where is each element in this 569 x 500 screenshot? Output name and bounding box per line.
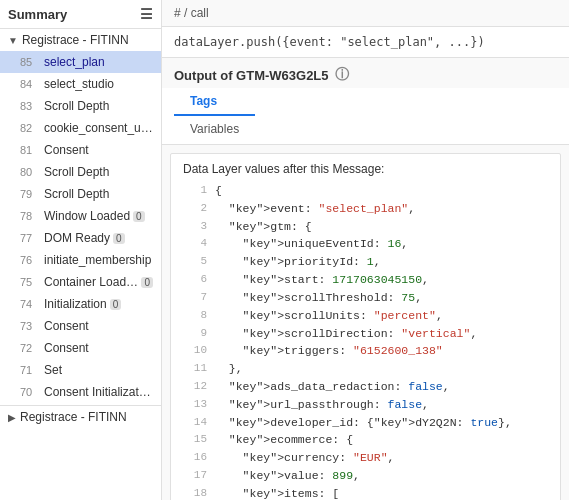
line-number: 10 — [183, 342, 207, 360]
line-number: 13 — [183, 396, 207, 414]
code-line: 14 "key">developer_id: {"key">dY2Q2N: tr… — [183, 414, 548, 432]
code-line: 10 "key">triggers: "6152600_138" — [183, 342, 548, 360]
item-num: 83 — [20, 100, 40, 112]
item-name: Consent Initialization ... — [44, 385, 153, 399]
line-number: 14 — [183, 414, 207, 432]
item-num: 84 — [20, 78, 40, 90]
line-content: "key">scrollUnits: "percent", — [215, 307, 548, 325]
main-content: # / call dataLayer.push({event: "select_… — [162, 0, 569, 500]
output-title-text: Output of GTM-W63G2L5 — [174, 68, 329, 83]
code-line: 4 "key">uniqueEventId: 16, — [183, 235, 548, 253]
code-line: 16 "key">currency: "EUR", — [183, 449, 548, 467]
tab-variables[interactable]: Variables — [174, 116, 255, 144]
data-layer-section: Data Layer values after this Message: 1{… — [170, 153, 561, 500]
topbar: # / call — [162, 0, 569, 27]
line-number: 16 — [183, 449, 207, 467]
item-num: 78 — [20, 210, 40, 222]
sidebar-item-scroll_depth[interactable]: 80Scroll Depth — [0, 161, 161, 183]
code-line: 5 "key">priorityId: 1, — [183, 253, 548, 271]
sidebar-item-initialization[interactable]: 74Initialization0 — [0, 293, 161, 315]
sidebar-item-consent_initialization_...[interactable]: 70Consent Initialization ... — [0, 381, 161, 403]
item-name: select_plan — [44, 55, 105, 69]
line-content: "key">items: [ — [215, 485, 548, 500]
line-content: "key">priorityId: 1, — [215, 253, 548, 271]
code-line: 9 "key">scrollDirection: "vertical", — [183, 325, 548, 343]
item-num: 79 — [20, 188, 40, 200]
line-content: "key">developer_id: {"key">dY2Q2N: true}… — [215, 414, 548, 432]
sidebar-item-select_plan[interactable]: 85select_plan — [0, 51, 161, 73]
code-line: 18 "key">items: [ — [183, 485, 548, 500]
arrow-down-icon: ▼ — [8, 35, 18, 46]
badge: 0 — [110, 299, 122, 310]
badge: 0 — [141, 277, 153, 288]
line-content: "key">ecommerce: { — [215, 431, 548, 449]
line-number: 4 — [183, 235, 207, 253]
sidebar-item-initiate_membership[interactable]: 76initiate_membership — [0, 249, 161, 271]
badge: 0 — [113, 233, 125, 244]
sidebar-item-consent[interactable]: 73Consent — [0, 315, 161, 337]
item-num: 74 — [20, 298, 40, 310]
line-number: 9 — [183, 325, 207, 343]
line-number: 18 — [183, 485, 207, 500]
sidebar-group-registrace[interactable]: ▼ Registrace - FITINN — [0, 29, 161, 51]
tabs-bar: TagsVariables — [162, 88, 569, 145]
line-number: 17 — [183, 467, 207, 485]
sidebar-footer-group[interactable]: ▶ Registrace - FITINN — [0, 405, 161, 428]
sidebar-item-consent[interactable]: 81Consent — [0, 139, 161, 161]
line-number: 5 — [183, 253, 207, 271]
code-line: 1{ — [183, 182, 548, 200]
arrow-right-icon: ▶ — [8, 412, 16, 423]
sidebar-item-window_loaded[interactable]: 78Window Loaded0 — [0, 205, 161, 227]
item-name: Consent — [44, 341, 89, 355]
item-name: Window Loaded — [44, 209, 130, 223]
tab-tags[interactable]: Tags — [174, 88, 255, 116]
line-number: 2 — [183, 200, 207, 218]
sidebar-items-list: 85select_plan84select_studio83Scroll Dep… — [0, 51, 161, 403]
output-header: Output of GTM-W63G2L5 ⓘ — [162, 58, 569, 88]
item-name: Scroll Depth — [44, 165, 109, 179]
code-line: 8 "key">scrollUnits: "percent", — [183, 307, 548, 325]
item-num: 72 — [20, 342, 40, 354]
line-content: "key">event: "select_plan", — [215, 200, 548, 218]
sidebar-item-select_studio[interactable]: 84select_studio — [0, 73, 161, 95]
line-number: 7 — [183, 289, 207, 307]
code-line: 15 "key">ecommerce: { — [183, 431, 548, 449]
line-number: 1 — [183, 182, 207, 200]
sidebar-item-scroll_depth[interactable]: 79Scroll Depth — [0, 183, 161, 205]
line-number: 6 — [183, 271, 207, 289]
sidebar-item-scroll_depth[interactable]: 83Scroll Depth — [0, 95, 161, 117]
line-content: "key">value: 899, — [215, 467, 548, 485]
line-content: "key">triggers: "6152600_138" — [215, 342, 548, 360]
sidebar-item-dom_ready[interactable]: 77DOM Ready0 — [0, 227, 161, 249]
data-layer-title: Data Layer values after this Message: — [183, 162, 548, 176]
item-name: DOM Ready — [44, 231, 110, 245]
info-icon[interactable]: ⓘ — [335, 66, 349, 84]
sidebar-header-label: Summary — [8, 7, 67, 22]
code-line: 2 "key">event: "select_plan", — [183, 200, 548, 218]
sidebar-item-container_loaded[interactable]: 75Container Loaded0 — [0, 271, 161, 293]
code-block: 1{2 "key">event: "select_plan",3 "key">g… — [183, 182, 548, 500]
code-line: 7 "key">scrollThreshold: 75, — [183, 289, 548, 307]
line-content: "key">scrollDirection: "vertical", — [215, 325, 548, 343]
sidebar-item-set[interactable]: 71Set — [0, 359, 161, 381]
line-number: 12 — [183, 378, 207, 396]
item-num: 73 — [20, 320, 40, 332]
line-content: }, — [215, 360, 548, 378]
item-name: initiate_membership — [44, 253, 151, 267]
item-name: Consent — [44, 143, 89, 157]
datalayer-push-display: dataLayer.push({event: "select_plan", ..… — [162, 27, 569, 58]
code-line: 13 "key">url_passthrough: false, — [183, 396, 548, 414]
item-num: 80 — [20, 166, 40, 178]
sidebar-item-consent[interactable]: 72Consent — [0, 337, 161, 359]
item-num: 81 — [20, 144, 40, 156]
sidebar-header: Summary ☰ — [0, 0, 161, 29]
sidebar-item-cookie_consent_update[interactable]: 82cookie_consent_update — [0, 117, 161, 139]
line-content: "key">scrollThreshold: 75, — [215, 289, 548, 307]
item-name: Initialization — [44, 297, 107, 311]
line-number: 3 — [183, 218, 207, 236]
sidebar-footer-group-label: Registrace - FITINN — [20, 410, 127, 424]
sidebar-filter-icon[interactable]: ☰ — [140, 6, 153, 22]
line-content: "key">currency: "EUR", — [215, 449, 548, 467]
code-line: 3 "key">gtm: { — [183, 218, 548, 236]
item-num: 75 — [20, 276, 40, 288]
